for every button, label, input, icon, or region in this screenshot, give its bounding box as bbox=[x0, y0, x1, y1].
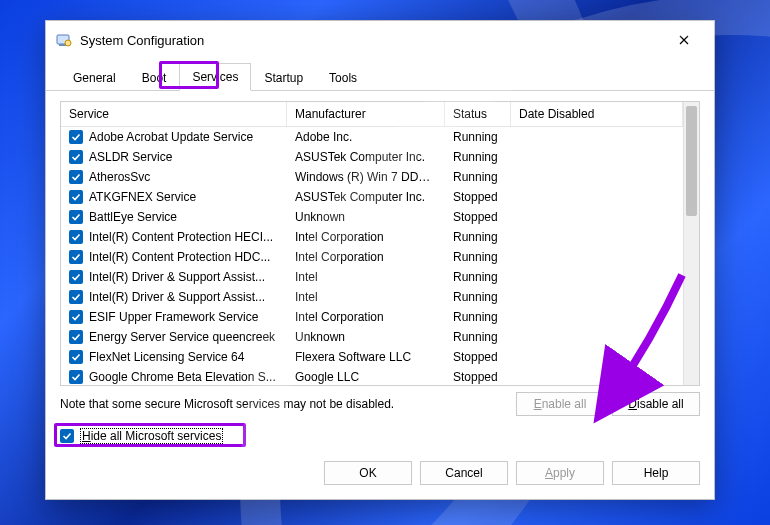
service-checkbox[interactable] bbox=[69, 290, 83, 304]
service-name: FlexNet Licensing Service 64 bbox=[89, 350, 244, 364]
table-row[interactable]: Energy Server Service queencreekUnknownR… bbox=[61, 327, 683, 347]
service-name: ATKGFNEX Service bbox=[89, 190, 196, 204]
header-date-disabled[interactable]: Date Disabled bbox=[511, 102, 683, 126]
service-checkbox[interactable] bbox=[69, 150, 83, 164]
tab-services[interactable]: Services bbox=[179, 63, 251, 91]
table-row[interactable]: Adobe Acrobat Update ServiceAdobe Inc.Ru… bbox=[61, 127, 683, 147]
service-status: Stopped bbox=[445, 210, 511, 224]
table-row[interactable]: ATKGFNEX ServiceASUSTek Computer Inc.Sto… bbox=[61, 187, 683, 207]
tab-tools[interactable]: Tools bbox=[316, 64, 370, 91]
service-mfr: Unknown bbox=[287, 330, 445, 344]
service-checkbox[interactable] bbox=[69, 370, 83, 384]
tab-content: Service Manufacturer Status Date Disable… bbox=[46, 91, 714, 447]
tabs: General Boot Services Startup Tools bbox=[46, 59, 714, 91]
table-row[interactable]: Intel(R) Driver & Support Assist...Intel… bbox=[61, 287, 683, 307]
service-status: Stopped bbox=[445, 190, 511, 204]
service-mfr: Windows (R) Win 7 DDK p... bbox=[287, 170, 445, 184]
service-mfr: Unknown bbox=[287, 210, 445, 224]
service-status: Running bbox=[445, 150, 511, 164]
app-icon bbox=[56, 32, 72, 48]
table-row[interactable]: ASLDR ServiceASUSTek Computer Inc.Runnin… bbox=[61, 147, 683, 167]
service-checkbox[interactable] bbox=[69, 250, 83, 264]
enable-all-button[interactable]: Enable all bbox=[516, 392, 604, 416]
header-service[interactable]: Service bbox=[61, 102, 287, 126]
table-row[interactable]: Intel(R) Driver & Support Assist...Intel… bbox=[61, 267, 683, 287]
service-status: Running bbox=[445, 170, 511, 184]
service-name: Intel(R) Driver & Support Assist... bbox=[89, 270, 265, 284]
service-mfr: Google LLC bbox=[287, 370, 445, 384]
service-name: Intel(R) Content Protection HDC... bbox=[89, 250, 270, 264]
service-checkbox[interactable] bbox=[69, 310, 83, 324]
service-mfr: Intel Corporation bbox=[287, 250, 445, 264]
service-mfr: Flexera Software LLC bbox=[287, 350, 445, 364]
service-checkbox[interactable] bbox=[69, 210, 83, 224]
service-mfr: ASUSTek Computer Inc. bbox=[287, 190, 445, 204]
service-checkbox[interactable] bbox=[69, 330, 83, 344]
table-row[interactable]: AtherosSvcWindows (R) Win 7 DDK p...Runn… bbox=[61, 167, 683, 187]
help-button[interactable]: Help bbox=[612, 461, 700, 485]
close-icon bbox=[679, 35, 689, 45]
service-name: Intel(R) Content Protection HECI... bbox=[89, 230, 273, 244]
service-status: Running bbox=[445, 330, 511, 344]
table-row[interactable]: Intel(R) Content Protection HECI...Intel… bbox=[61, 227, 683, 247]
service-mfr: Intel bbox=[287, 270, 445, 284]
titlebar: System Configuration bbox=[46, 21, 714, 59]
service-checkbox[interactable] bbox=[69, 170, 83, 184]
check-icon bbox=[62, 431, 72, 441]
service-mfr: Adobe Inc. bbox=[287, 130, 445, 144]
header-status[interactable]: Status bbox=[445, 102, 511, 126]
service-status: Running bbox=[445, 250, 511, 264]
service-name: ASLDR Service bbox=[89, 150, 172, 164]
service-status: Running bbox=[445, 270, 511, 284]
ok-button[interactable]: OK bbox=[324, 461, 412, 485]
service-status: Running bbox=[445, 290, 511, 304]
service-name: Energy Server Service queencreek bbox=[89, 330, 275, 344]
disable-all-button[interactable]: Disable all bbox=[612, 392, 700, 416]
table-row[interactable]: FlexNet Licensing Service 64Flexera Soft… bbox=[61, 347, 683, 367]
service-name: BattlEye Service bbox=[89, 210, 177, 224]
service-name: Google Chrome Beta Elevation S... bbox=[89, 370, 276, 384]
table-row[interactable]: BattlEye ServiceUnknownStopped bbox=[61, 207, 683, 227]
table-row[interactable]: Intel(R) Content Protection HDC...Intel … bbox=[61, 247, 683, 267]
service-mfr: Intel Corporation bbox=[287, 310, 445, 324]
close-button[interactable] bbox=[664, 26, 704, 54]
service-checkbox[interactable] bbox=[69, 270, 83, 284]
scrollbar[interactable] bbox=[683, 102, 699, 385]
hide-ms-label[interactable]: Hide all Microsoft services bbox=[80, 428, 223, 444]
apply-button[interactable]: Apply bbox=[516, 461, 604, 485]
system-configuration-window: System Configuration General Boot Servic… bbox=[45, 20, 715, 500]
window-title: System Configuration bbox=[80, 33, 664, 48]
service-checkbox[interactable] bbox=[69, 230, 83, 244]
service-checkbox[interactable] bbox=[69, 130, 83, 144]
service-checkbox[interactable] bbox=[69, 350, 83, 364]
hide-ms-checkbox[interactable] bbox=[60, 429, 74, 443]
services-list: Service Manufacturer Status Date Disable… bbox=[60, 101, 700, 386]
dialog-buttons: OK Cancel Apply Help bbox=[46, 447, 714, 499]
svg-point-2 bbox=[65, 40, 71, 46]
tab-startup[interactable]: Startup bbox=[251, 64, 316, 91]
cancel-button[interactable]: Cancel bbox=[420, 461, 508, 485]
service-mfr: Intel bbox=[287, 290, 445, 304]
service-name: ESIF Upper Framework Service bbox=[89, 310, 258, 324]
service-status: Running bbox=[445, 310, 511, 324]
services-rows: Adobe Acrobat Update ServiceAdobe Inc.Ru… bbox=[61, 127, 683, 385]
note-text: Note that some secure Microsoft services… bbox=[60, 397, 394, 411]
service-status: Stopped bbox=[445, 370, 511, 384]
service-name: Adobe Acrobat Update Service bbox=[89, 130, 253, 144]
table-row[interactable]: Google Chrome Beta Elevation S...Google … bbox=[61, 367, 683, 385]
service-mfr: Intel Corporation bbox=[287, 230, 445, 244]
service-checkbox[interactable] bbox=[69, 190, 83, 204]
service-name: Intel(R) Driver & Support Assist... bbox=[89, 290, 265, 304]
service-status: Running bbox=[445, 230, 511, 244]
tab-boot[interactable]: Boot bbox=[129, 64, 180, 91]
header-manufacturer[interactable]: Manufacturer bbox=[287, 102, 445, 126]
service-status: Stopped bbox=[445, 350, 511, 364]
service-status: Running bbox=[445, 130, 511, 144]
table-row[interactable]: ESIF Upper Framework ServiceIntel Corpor… bbox=[61, 307, 683, 327]
column-headers: Service Manufacturer Status Date Disable… bbox=[61, 102, 683, 127]
service-name: AtherosSvc bbox=[89, 170, 150, 184]
tab-general[interactable]: General bbox=[60, 64, 129, 91]
scrollbar-thumb[interactable] bbox=[686, 106, 697, 216]
service-mfr: ASUSTek Computer Inc. bbox=[287, 150, 445, 164]
